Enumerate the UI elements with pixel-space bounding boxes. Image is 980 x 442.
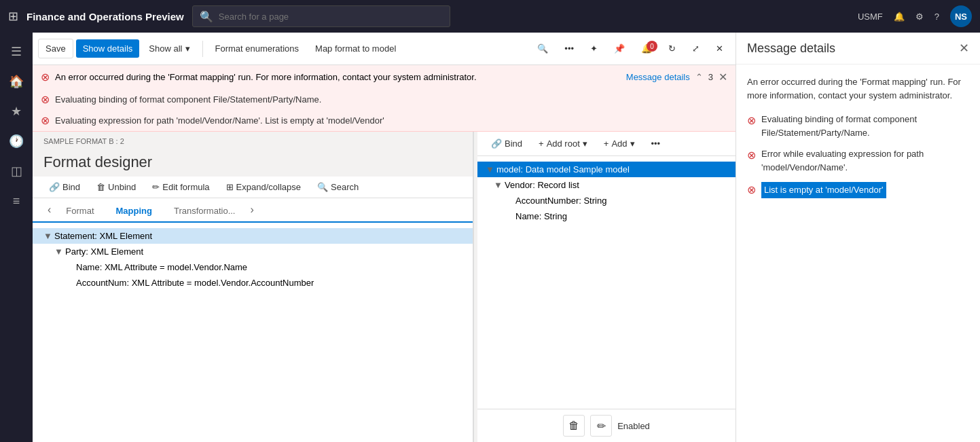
right-error-item-1: ⊗ Evaluating binding of format component… — [747, 113, 969, 139]
show-all-label: Show all — [149, 43, 182, 54]
sidebar-item-modules[interactable]: ≡ — [3, 187, 30, 215]
sidebar-item-menu[interactable]: ☰ — [3, 38, 30, 65]
expand-collapse-button[interactable]: ⊞ Expand/collapse — [221, 179, 306, 195]
search-sec-label: Search — [331, 182, 359, 192]
map-label-model: model: Data model Sample model — [496, 164, 727, 174]
rotate-button[interactable]: ↻ — [661, 39, 683, 58]
tree-label-accountnum: AccountNum: XML Attribute = model.Vendor… — [76, 278, 462, 288]
chevron-down-root: ▾ — [583, 139, 587, 149]
edit-formula-label: Edit formula — [162, 182, 209, 192]
region-label: USMF — [858, 12, 883, 22]
right-error-icon-2: ⊗ — [747, 149, 756, 162]
map-add-button[interactable]: + Add ▾ — [598, 136, 640, 151]
highlight-text: List is empty at 'model/Vendor' — [761, 182, 886, 198]
map-bind-button[interactable]: 🔗 Bind — [486, 136, 528, 151]
close-button[interactable]: ✕ — [709, 39, 730, 58]
right-panel-body: An error occurred during the 'Format map… — [736, 65, 980, 442]
bell-icon[interactable]: 🔔 — [894, 12, 905, 22]
map-add-root-button[interactable]: + Add root ▾ — [533, 136, 593, 151]
tab-bar: ‹ Format Mapping Transformatio... › — [33, 198, 473, 223]
edit-button[interactable]: ✏ — [590, 415, 612, 437]
right-error-text-2: Error while evaluating expression for pa… — [761, 147, 969, 174]
sidebar-item-favorites[interactable]: ★ — [3, 98, 30, 125]
top-nav: ⊞ Finance and Operations Preview 🔍 USMF … — [0, 0, 980, 33]
tree-item-statement[interactable]: ▼ Statement: XML Element — [33, 228, 473, 244]
tree-label-party: Party: XML Element — [65, 246, 462, 257]
error-msg-2: Evaluating expression for path 'model/Ve… — [55, 115, 727, 126]
error-icon-1: ⊗ — [41, 93, 50, 106]
grid-icon[interactable]: ⊞ — [8, 9, 18, 24]
error-msg-1: Evaluating binding of format component F… — [55, 94, 727, 105]
map-item-accountnumber[interactable]: AccountNumber: String — [477, 193, 736, 208]
map-item-model[interactable]: ▼ model: Data model Sample model — [477, 162, 736, 177]
tree-arrow-statement: ▼ — [43, 231, 54, 241]
sidebar-item-recent[interactable]: 🕐 — [3, 128, 30, 155]
error-row-2: ⊗ Evaluating expression for path 'model/… — [33, 110, 736, 131]
more-options-button[interactable]: ••• — [558, 39, 581, 58]
search-input[interactable] — [219, 12, 443, 22]
tree-label-name: Name: XML Attribute = model.Vendor.Name — [76, 262, 462, 272]
chevron-down-add: ▾ — [630, 139, 635, 149]
notification-badge: 0 — [647, 41, 657, 52]
map-item-vendor[interactable]: ▼ Vendor: Record list — [477, 177, 736, 193]
map-bind-icon: 🔗 — [491, 139, 502, 149]
content-area: Save Show details Show all ▾ Format enum… — [33, 33, 736, 442]
format-enumerations-button[interactable]: Format enumerations — [208, 39, 306, 58]
tree-item-accountnum[interactable]: AccountNum: XML Attribute = model.Vendor… — [33, 275, 473, 291]
show-all-button[interactable]: Show all ▾ — [142, 39, 196, 58]
map-more-button[interactable]: ••• — [646, 136, 666, 151]
map-label-accountnumber: AccountNumber: String — [515, 196, 727, 206]
delete-button[interactable]: 🗑 — [563, 415, 585, 437]
pin-button[interactable]: 📌 — [607, 39, 632, 58]
right-error-item-3: ⊗ List is empty at 'model/Vendor' — [747, 182, 969, 198]
edit-formula-button[interactable]: ✏ Edit formula — [147, 179, 215, 195]
map-bind-label: Bind — [505, 139, 522, 149]
main-toolbar: Save Show details Show all ▾ Format enum… — [33, 33, 736, 65]
error-count: 3 — [708, 72, 713, 82]
save-button[interactable]: Save — [38, 39, 73, 58]
refresh-icon-button[interactable]: ✦ — [583, 39, 604, 58]
sidebar: ☰ 🏠 ★ 🕐 ◫ ≡ — [0, 33, 33, 442]
tab-forward-arrow[interactable]: › — [246, 198, 257, 221]
settings-icon[interactable]: ⚙ — [915, 12, 924, 22]
tree-item-name[interactable]: Name: XML Attribute = model.Vendor.Name — [33, 259, 473, 275]
expand-collapse-label: Expand/collapse — [236, 182, 301, 192]
bottom-bar: 🗑 ✏ Enabled — [477, 409, 736, 442]
right-error-icon-1: ⊗ — [747, 114, 756, 127]
nav-search-box[interactable]: 🔍 — [192, 5, 450, 27]
search-button[interactable]: 🔍 — [530, 39, 555, 58]
map-label-namestr: Name: String — [515, 211, 727, 221]
right-panel: Message details ✕ An error occurred duri… — [736, 33, 980, 442]
help-icon[interactable]: ? — [934, 12, 939, 22]
show-details-button[interactable]: Show details — [76, 39, 140, 58]
sidebar-item-home[interactable]: 🏠 — [3, 68, 30, 95]
bind-icon: 🔗 — [49, 182, 60, 192]
format-tree: ▼ Statement: XML Element ▼ Party: XML El… — [33, 223, 473, 442]
message-details-link[interactable]: Message details — [626, 72, 690, 82]
chevron-down-icon: ▾ — [185, 43, 190, 54]
tab-mapping[interactable]: Mapping — [105, 200, 163, 223]
tree-label-statement: Statement: XML Element — [54, 231, 462, 241]
collapse-icon[interactable]: ⌃ — [695, 72, 703, 82]
tab-transformation: Transformatio... — [163, 200, 247, 223]
unbind-button[interactable]: 🗑 Unbind — [91, 179, 141, 195]
tree-item-party[interactable]: ▼ Party: XML Element — [33, 244, 473, 259]
bind-button[interactable]: 🔗 Bind — [43, 179, 86, 195]
map-item-namestr[interactable]: Name: String — [477, 208, 736, 224]
designer-area: SAMPLE FORMAT B : 2 Format designer 🔗 Bi… — [33, 132, 736, 442]
bind-label: Bind — [62, 182, 80, 192]
right-close-button[interactable]: ✕ — [959, 41, 969, 56]
app-title: Finance and Operations Preview — [26, 11, 184, 22]
expand-button[interactable]: ⤢ — [685, 39, 706, 58]
map-format-button[interactable]: Map format to model — [308, 39, 403, 58]
tab-format[interactable]: Format — [55, 200, 105, 223]
expand-icon: ⊞ — [226, 182, 234, 192]
right-error-text-1: Evaluating binding of format component F… — [761, 113, 969, 139]
map-label-vendor: Vendor: Record list — [505, 180, 727, 190]
error-header-msg: An error occurred during the 'Format map… — [55, 72, 621, 82]
error-close-button[interactable]: ✕ — [719, 71, 727, 84]
unbind-label: Unbind — [108, 182, 136, 192]
sidebar-item-workspaces[interactable]: ◫ — [3, 158, 30, 185]
search-sec-button[interactable]: 🔍 Search — [312, 179, 364, 195]
tab-back-arrow[interactable]: ‹ — [43, 198, 55, 221]
